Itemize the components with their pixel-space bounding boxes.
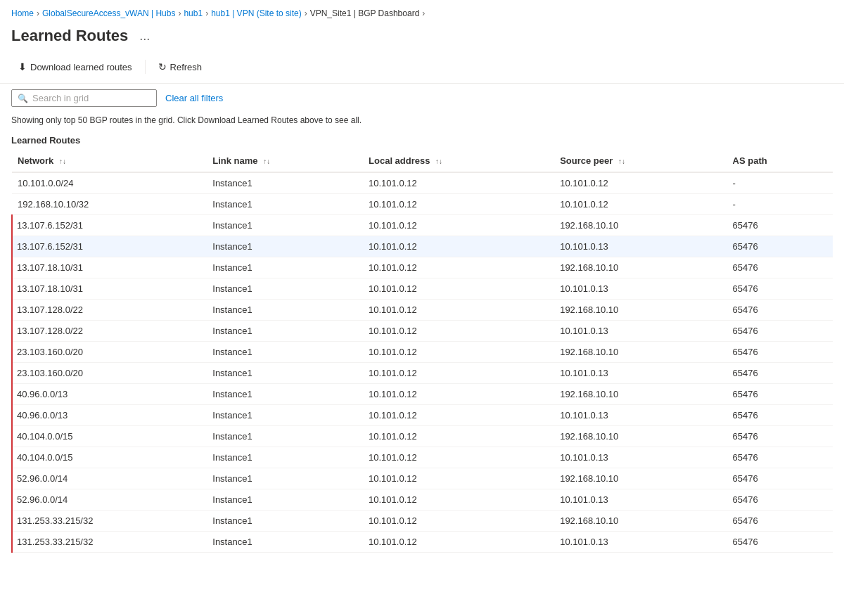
table-container: Network ↑↓ Link name ↑↓ Local address ↑↓…	[0, 150, 844, 553]
table-row: 40.104.0.0/15Instance110.101.0.1210.101.…	[12, 447, 833, 468]
refresh-button[interactable]: ↻ Refresh	[151, 58, 210, 76]
table-header: Network ↑↓ Link name ↑↓ Local address ↑↓…	[12, 150, 833, 172]
col-local-address[interactable]: Local address ↑↓	[363, 150, 554, 172]
cell-as-path: 65476	[727, 447, 833, 468]
search-icon: 🔍	[18, 94, 28, 103]
table-body: 10.101.0.0/24Instance110.101.0.1210.101.…	[12, 172, 833, 553]
more-options-button[interactable]: ...	[135, 27, 154, 45]
cell-source-peer: 192.168.10.10	[554, 511, 727, 532]
cell-source-peer: 10.101.0.13	[554, 532, 727, 553]
cell-local-address: 10.101.0.12	[363, 257, 554, 278]
cell-source-peer: 192.168.10.10	[554, 342, 727, 363]
cell-link-name: Instance1	[207, 342, 363, 363]
cell-network: 131.253.33.215/32	[12, 532, 207, 553]
cell-link-name: Instance1	[207, 447, 363, 468]
breadcrumb-sep-3: ›	[205, 8, 208, 18]
cell-local-address: 10.101.0.12	[363, 172, 554, 194]
table-row: 13.107.6.152/31Instance110.101.0.1210.10…	[12, 236, 833, 257]
breadcrumb-sep-2: ›	[178, 8, 181, 18]
cell-local-address: 10.101.0.12	[363, 405, 554, 426]
sort-network-icon: ↑↓	[59, 158, 66, 165]
breadcrumb-sep-1: ›	[37, 8, 39, 18]
cell-network: 192.168.10.10/32	[12, 194, 207, 215]
cell-source-peer: 10.101.0.12	[554, 172, 727, 194]
section-title: Learned Routes	[0, 132, 844, 150]
toolbar: ⬇ Download learned routes ↻ Refresh	[0, 53, 844, 84]
refresh-icon: ↻	[158, 61, 167, 72]
breadcrumb-hub1[interactable]: hub1	[184, 8, 203, 18]
cell-source-peer: 10.101.0.13	[554, 278, 727, 300]
col-network[interactable]: Network ↑↓	[12, 150, 207, 172]
cell-local-address: 10.101.0.12	[363, 363, 554, 384]
cell-as-path: -	[727, 194, 833, 215]
cell-network: 13.107.128.0/22	[12, 321, 207, 342]
table-row: 23.103.160.0/20Instance110.101.0.1210.10…	[12, 363, 833, 384]
download-icon: ⬇	[18, 61, 27, 72]
breadcrumb-home[interactable]: Home	[11, 8, 34, 18]
cell-link-name: Instance1	[207, 426, 363, 447]
cell-local-address: 10.101.0.12	[363, 321, 554, 342]
cell-local-address: 10.101.0.12	[363, 300, 554, 321]
cell-source-peer: 10.101.0.13	[554, 321, 727, 342]
cell-as-path: 65476	[727, 321, 833, 342]
breadcrumb-end: ›	[422, 8, 425, 18]
cell-link-name: Instance1	[207, 215, 363, 236]
sort-local-icon: ↑↓	[435, 158, 442, 165]
cell-local-address: 10.101.0.12	[363, 342, 554, 363]
cell-source-peer: 10.101.0.12	[554, 194, 727, 215]
cell-network: 131.253.33.215/32	[12, 511, 207, 532]
cell-as-path: 65476	[727, 215, 833, 236]
table-row: 131.253.33.215/32Instance110.101.0.12192…	[12, 511, 833, 532]
cell-as-path: 65476	[727, 489, 833, 511]
cell-local-address: 10.101.0.12	[363, 215, 554, 236]
filter-bar: 🔍 Clear all filters	[0, 84, 844, 113]
download-button[interactable]: ⬇ Download learned routes	[11, 58, 139, 76]
cell-source-peer: 10.101.0.13	[554, 447, 727, 468]
cell-link-name: Instance1	[207, 257, 363, 278]
table-row: 23.103.160.0/20Instance110.101.0.12192.1…	[12, 342, 833, 363]
cell-as-path: 65476	[727, 468, 833, 489]
cell-network: 52.96.0.0/14	[12, 489, 207, 511]
cell-network: 40.104.0.0/15	[12, 447, 207, 468]
cell-link-name: Instance1	[207, 532, 363, 553]
breadcrumb-current: VPN_Site1 | BGP Dashboard	[310, 8, 420, 18]
cell-local-address: 10.101.0.12	[363, 236, 554, 257]
col-source-peer[interactable]: Source peer ↑↓	[554, 150, 727, 172]
table-row: 13.107.128.0/22Instance110.101.0.12192.1…	[12, 300, 833, 321]
cell-local-address: 10.101.0.12	[363, 447, 554, 468]
learned-routes-table: Network ↑↓ Link name ↑↓ Local address ↑↓…	[11, 150, 833, 553]
refresh-label: Refresh	[170, 62, 203, 72]
cell-local-address: 10.101.0.12	[363, 278, 554, 300]
cell-network: 40.96.0.0/13	[12, 405, 207, 426]
cell-local-address: 10.101.0.12	[363, 511, 554, 532]
cell-as-path: 65476	[727, 257, 833, 278]
cell-as-path: 65476	[727, 405, 833, 426]
cell-network: 13.107.128.0/22	[12, 300, 207, 321]
cell-network: 40.96.0.0/13	[12, 384, 207, 405]
cell-network: 10.101.0.0/24	[12, 172, 207, 194]
col-source-label: Source peer	[560, 155, 613, 166]
col-link-name[interactable]: Link name ↑↓	[207, 150, 363, 172]
cell-network: 23.103.160.0/20	[12, 363, 207, 384]
cell-local-address: 10.101.0.12	[363, 532, 554, 553]
cell-network: 13.107.6.152/31	[12, 236, 207, 257]
search-input[interactable]	[32, 93, 151, 103]
cell-link-name: Instance1	[207, 405, 363, 426]
breadcrumb-gsaccess[interactable]: GlobalSecureAccess_vWAN | Hubs	[42, 8, 175, 18]
col-aspath-label: AS path	[733, 155, 767, 166]
table-header-row: Network ↑↓ Link name ↑↓ Local address ↑↓…	[12, 150, 833, 172]
page-header: Learned Routes ...	[0, 24, 844, 53]
toolbar-divider	[145, 60, 146, 74]
cell-source-peer: 192.168.10.10	[554, 468, 727, 489]
cell-local-address: 10.101.0.12	[363, 489, 554, 511]
table-row: 13.107.6.152/31Instance110.101.0.12192.1…	[12, 215, 833, 236]
clear-filters-button[interactable]: Clear all filters	[164, 90, 224, 106]
breadcrumb: Home › GlobalSecureAccess_vWAN | Hubs › …	[0, 0, 844, 24]
cell-source-peer: 10.101.0.13	[554, 405, 727, 426]
cell-network: 13.107.6.152/31	[12, 215, 207, 236]
cell-link-name: Instance1	[207, 468, 363, 489]
cell-network: 52.96.0.0/14	[12, 468, 207, 489]
table-row: 10.101.0.0/24Instance110.101.0.1210.101.…	[12, 172, 833, 194]
breadcrumb-vpn[interactable]: hub1 | VPN (Site to site)	[211, 8, 302, 18]
download-label: Download learned routes	[30, 62, 132, 72]
